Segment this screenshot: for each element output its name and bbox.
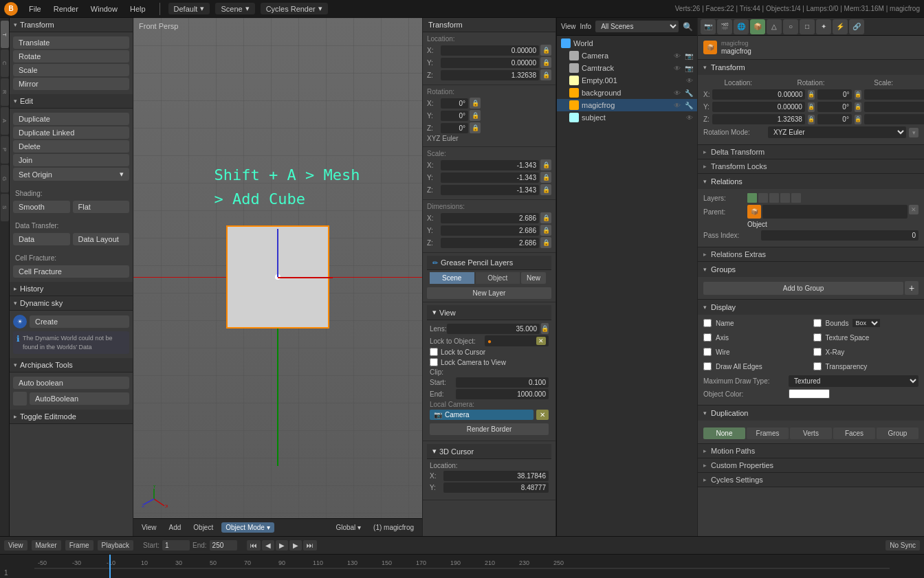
rt-rot-y-input[interactable] [441,111,468,121]
search-icon[interactable]: 🔍 [683,22,693,32]
btn-auto-boolean[interactable]: Auto boolean [13,377,129,389]
lock-camera-check[interactable] [430,358,438,366]
tl-next-key[interactable]: ⏭ [303,540,317,551]
camera-eye-icon[interactable]: 👁 [674,52,681,60]
display-bounds-select[interactable]: Box [852,319,880,327]
rt-dim-z-input[interactable] [441,238,539,248]
btn-data-layout[interactable]: Data Layout [73,233,130,245]
props-icon-scene[interactable]: 🎬 [717,19,732,34]
props-loc-z[interactable] [712,114,805,124]
tl-next-frame[interactable]: ▶ [289,540,302,551]
btn-data[interactable]: Data [13,233,70,245]
timeline-content[interactable]: -50 -30 -10 10 30 50 70 90 110 130 150 1… [0,555,924,578]
tl-start-input[interactable] [162,540,190,551]
props-rotmode-btn[interactable]: ▾ [909,128,918,137]
tab-animation[interactable]: A [1,107,9,135]
props-delta-header[interactable]: ▸ Delta Transform [698,145,924,159]
lock-cursor-check[interactable] [430,348,438,356]
vp-object-mode[interactable]: Object Mode ▾ [221,522,274,533]
dup-tab-group[interactable]: Group [877,427,918,439]
viewport-canvas[interactable]: Front Persp Shift + A > Mesh > Add Cube … [133,18,422,536]
background-render-icon[interactable]: 🔧 [685,89,693,97]
btn-render-border[interactable]: Render Border [430,423,549,435]
camera-field[interactable]: 📷 Camera [430,410,534,420]
cube-object[interactable] [226,225,329,329]
props-loc-y[interactable] [712,102,805,112]
props-rot-x[interactable] [817,89,852,100]
outliner-subject[interactable]: subject 👁 [557,111,697,124]
scene-selector[interactable]: Scene ▾ [215,3,254,14]
vp-btn-add[interactable]: Add [165,522,186,533]
props-custom-props-header[interactable]: ▸ Custom Properties [698,458,924,473]
rt-loc-z-lock[interactable]: 🔒 [540,69,551,80]
layer-5-btn[interactable] [791,193,801,203]
props-icon-physics[interactable]: ⚡ [833,19,848,34]
rt-rot-x-lock[interactable]: 🔒 [470,98,481,109]
layout-selector[interactable]: Default ▾ [168,3,210,14]
lock-cursor-label[interactable]: Lock to Cursor [430,348,549,356]
outliner-camera[interactable]: Camera 👁 📷 [557,49,697,62]
tab-tools[interactable]: T [1,21,9,48]
btn-delete[interactable]: Delete [13,140,129,153]
menu-render[interactable]: Render [48,3,84,14]
outliner-scene-select[interactable]: All Scenes [595,21,679,32]
clip-end-input[interactable] [456,389,549,399]
tl-play[interactable]: ▶ [276,540,288,551]
props-rot-y[interactable] [817,102,852,112]
btn-mirror[interactable]: Mirror [13,78,129,90]
props-motion-paths-header[interactable]: ▸ Motion Paths [698,444,924,458]
layer-4-btn[interactable] [780,193,790,203]
props-rot-y-lock[interactable]: 🔒 [855,102,861,112]
rt-loc-z-input[interactable] [441,70,539,80]
rt-sc-y-input[interactable] [441,173,539,183]
rt-dim-y-lock[interactable]: 🔒 [540,225,551,236]
max-draw-select[interactable]: Textured [789,375,918,387]
tl-prev-frame[interactable]: ◀ [262,540,274,551]
camtrack-eye-icon[interactable]: 👁 [674,65,681,72]
tl-end-input[interactable] [210,540,237,551]
props-parent-input[interactable] [762,205,908,219]
display-transp-check[interactable] [813,362,822,370]
empty-eye-icon[interactable]: 👁 [686,77,693,85]
props-pass-input[interactable] [761,230,918,241]
tl-frame-btn[interactable]: Frame [65,540,94,551]
rt-rot-y-lock[interactable]: 🔒 [470,110,481,121]
rt-sc-x-lock[interactable]: 🔒 [540,159,551,170]
rt-loc-y-lock[interactable]: 🔒 [540,57,551,68]
background-eye-icon[interactable]: 👁 [674,89,681,97]
btn-add-group-plus[interactable]: + [905,281,918,295]
props-duplication-header[interactable]: ▾ Duplication [698,405,924,421]
btn-join[interactable]: Join [13,154,129,166]
layer-2-btn[interactable] [758,193,768,203]
menu-help[interactable]: Help [124,3,151,14]
props-loc-y-lock[interactable]: 🔒 [808,102,815,112]
rt-rot-x-input[interactable] [441,98,468,109]
outliner-background[interactable]: background 👁 🔧 [557,87,697,99]
props-scale-x[interactable] [864,89,924,100]
lock-camera-label[interactable]: Lock Camera to View [430,358,549,366]
props-parent-clear[interactable]: ✕ [909,205,918,214]
btn-duplicate-linked[interactable]: Duplicate Linked [13,126,129,139]
lock-obj-field[interactable]: ● ✕ [485,335,549,346]
props-groups-header[interactable]: ▾ Groups [698,262,924,277]
display-axis-check[interactable] [703,333,712,342]
btn-duplicate[interactable]: Duplicate [13,113,129,125]
tl-sync-btn[interactable]: No Sync [886,540,920,551]
rt-dim-y-input[interactable] [441,225,539,236]
outliner-info-btn[interactable]: Info [580,23,592,30]
outliner-world[interactable]: World [557,37,697,49]
btn-set-origin[interactable]: Set Origin ▾ [13,168,129,181]
rt-sc-y-lock[interactable]: 🔒 [540,172,551,183]
lens-lock[interactable]: 🔒 [541,323,549,334]
props-display-header[interactable]: ▾ Display [698,300,924,315]
subject-eye-icon[interactable]: 👁 [686,114,693,122]
tl-prev-key[interactable]: ⏮ [247,540,261,551]
cursor-y-input[interactable] [443,482,549,493]
props-icon-material[interactable]: ○ [783,19,798,34]
section-transform-header[interactable]: ▾ Transform [10,18,133,32]
props-icon-object[interactable]: 📦 [750,19,765,34]
props-rot-z-lock[interactable]: 🔒 [855,115,861,124]
btn-cell-fracture[interactable]: Cell Fracture [13,265,129,278]
props-rel-extras-header[interactable]: ▸ Relations Extras [698,247,924,262]
gpl-tab-object[interactable]: Object [476,272,520,284]
